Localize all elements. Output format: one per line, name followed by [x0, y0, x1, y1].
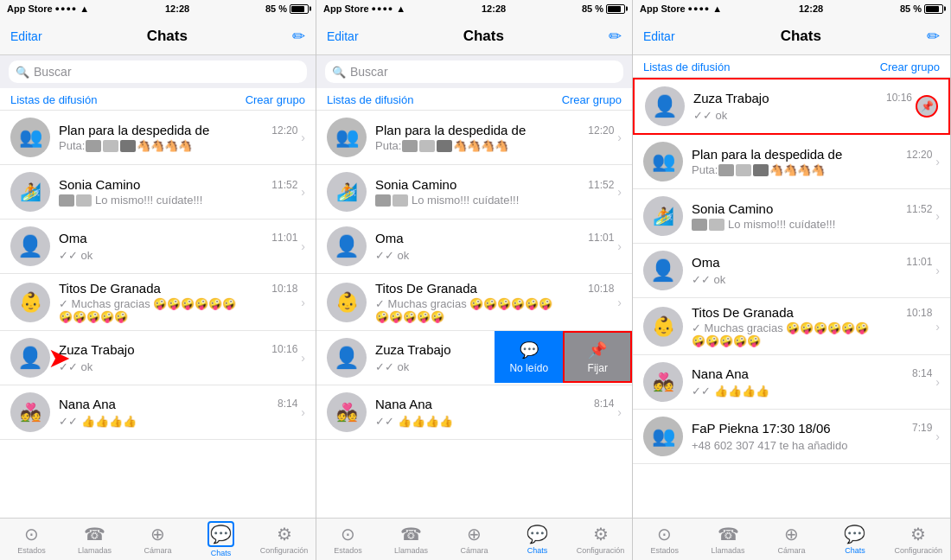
- broadcast-link-3[interactable]: Listas de difusión: [643, 60, 730, 73]
- no-leido-label-2: No leído: [509, 362, 548, 374]
- chat-name-row-oma-2: Oma 11:01: [375, 231, 614, 245]
- chat-item-titos-2[interactable]: Titos De Granada 10:18 ✓ Muchas gracias …: [316, 274, 632, 331]
- tab-chats-3[interactable]: 💬 Chats: [823, 524, 886, 555]
- compose-icon-3[interactable]: ✏: [927, 27, 940, 46]
- status-right-2: 85 %: [582, 3, 625, 14]
- create-group-link-1[interactable]: Crear grupo: [246, 93, 305, 106]
- tab-config-1[interactable]: ⚙ Configuración: [252, 524, 316, 555]
- battery-icon: [290, 4, 309, 14]
- chat-item-nana-3[interactable]: Nana Ana 8:14 ✓✓ 👍👍👍👍 ›: [633, 355, 950, 410]
- chat-item-nana-1[interactable]: Nana Ana 8:14 ✓✓ 👍👍👍👍 ›: [0, 385, 316, 440]
- wifi-icon-3: ▲: [712, 3, 722, 14]
- chats-label-1: Chats: [211, 549, 232, 557]
- chat-preview-zuza-3: ✓✓ ok: [693, 109, 727, 122]
- chat-preview-plan-1: Puta: 🐴🐴🐴🐴: [59, 139, 297, 152]
- avatar-titos-3: [643, 307, 683, 347]
- chevron-sonia-3: ›: [935, 209, 940, 223]
- chat-item-oma-1[interactable]: Oma 11:01 ✓✓ ok ›: [0, 220, 316, 274]
- chat-item-nana-2[interactable]: Nana Ana 8:14 ✓✓ 👍👍👍👍 ›: [316, 385, 632, 440]
- chat-item-titos-1[interactable]: Titos De Granada 10:18 ✓ Muchas gracias …: [0, 274, 316, 331]
- chat-item-fap-3[interactable]: FaP Piekna 17:30 18/06 7:19 +48 602 307 …: [633, 410, 950, 464]
- chat-name-row-zuza-3: Zuza Trabajo 10:16: [693, 91, 912, 105]
- chat-item-plan-3[interactable]: Plan para la despedida de 12:20 Puta: 🐴🐴…: [633, 135, 950, 189]
- zuza-chat-part-2[interactable]: Zuza Trabajo ✓✓ ok: [316, 331, 495, 385]
- chat-time-sonia-1: 11:52: [271, 179, 297, 191]
- battery-fill-2: [608, 6, 621, 12]
- tab-llamadas-3[interactable]: ☎ Llamadas: [696, 524, 759, 555]
- chat-name-oma-3: Oma: [692, 255, 720, 270]
- chat-content-oma-1: Oma 11:01 ✓✓ ok: [59, 231, 297, 263]
- search-wrap-1[interactable]: 🔍 Buscar: [9, 60, 307, 83]
- chat-time-nana-2: 8:14: [594, 398, 614, 410]
- estados-label-3: Estados: [650, 546, 679, 555]
- chevron-oma-3: ›: [935, 264, 940, 277]
- wifi-icon-2: ▲: [396, 3, 405, 14]
- create-group-link-3[interactable]: Crear grupo: [880, 60, 940, 73]
- tab-camara-2[interactable]: ⊕ Cámara: [443, 524, 506, 555]
- chat-item-sonia-3[interactable]: Sonia Camino 11:52 Lo mismo!!! cuídate!!…: [633, 189, 950, 244]
- search-wrap-2[interactable]: 🔍 Buscar: [325, 60, 623, 83]
- chat-content-zuza-1: Zuza Trabajo 10:16 ✓✓ ok: [59, 342, 297, 374]
- camara-icon-1: ⊕: [150, 524, 165, 544]
- nav-bar-1: Editar Chats ✏: [0, 17, 316, 55]
- chat-name-titos-2: Titos De Granada: [375, 281, 477, 296]
- chat-item-titos-3[interactable]: Titos De Granada 10:18 ✓ Muchas gracias …: [633, 298, 950, 355]
- chat-name-row-plan-3: Plan para la despedida de 12:20: [692, 147, 932, 162]
- tab-chats-2[interactable]: 💬 Chats: [506, 524, 569, 555]
- tab-config-2[interactable]: ⚙ Configuración: [569, 524, 632, 555]
- tab-estados-3[interactable]: ⊙ Estados: [633, 524, 696, 555]
- tab-chats-1[interactable]: 💬 Chats: [189, 521, 252, 557]
- chat-item-oma-3[interactable]: Oma 11:01 ✓✓ ok ›: [633, 244, 950, 298]
- avatar-zuza-1: [10, 338, 50, 378]
- edit-button-3[interactable]: Editar: [643, 29, 675, 43]
- chat-item-sonia-2[interactable]: Sonia Camino 11:52 Lo mismo!!! cuídate!!…: [316, 165, 632, 220]
- tab-llamadas-2[interactable]: ☎ Llamadas: [380, 524, 443, 555]
- tab-bar-1: ⊙ Estados ☎ Llamadas ⊕ Cámara 💬 Chats ⚙ …: [0, 518, 316, 560]
- chat-item-zuza-1[interactable]: Zuza Trabajo 10:16 ✓✓ ok ➤ ›: [0, 331, 316, 385]
- chat-item-plan-2[interactable]: Plan para la despedida de 12:20 Puta: 🐴🐴…: [316, 111, 632, 165]
- chevron-titos-3: ›: [935, 320, 940, 334]
- tab-estados-2[interactable]: ⊙ Estados: [316, 524, 380, 555]
- status-right-1: 85 %: [265, 3, 309, 14]
- chat-item-zuza-pinned-3[interactable]: Zuza Trabajo 10:16 ✓✓ ok 📌: [633, 78, 950, 135]
- tab-llamadas-1[interactable]: ☎ Llamadas: [63, 524, 126, 555]
- chat-content-sonia-1: Sonia Camino 11:52 Lo mismo!!! cuídate!!…: [59, 177, 297, 207]
- chevron-titos-2: ›: [617, 296, 622, 309]
- estados-icon-2: ⊙: [341, 524, 355, 544]
- chat-name-row-sonia-3: Sonia Camino 11:52: [692, 201, 932, 216]
- search-icon-1: 🔍: [16, 66, 29, 79]
- broadcast-link-2[interactable]: Listas de difusión: [327, 93, 413, 106]
- chat-time-plan-2: 12:20: [588, 124, 614, 137]
- search-placeholder-1: Buscar: [34, 65, 72, 79]
- fijar-button-2[interactable]: 📌 Fijar: [563, 331, 632, 383]
- chat-item-sonia-1[interactable]: Sonia Camino 11:52 Lo mismo!!! cuídate!!…: [0, 165, 316, 220]
- chat-content-nana-2: Nana Ana 8:14 ✓✓ 👍👍👍👍: [375, 397, 614, 429]
- create-group-link-2[interactable]: Crear grupo: [562, 93, 622, 106]
- chat-name-row-sonia-2: Sonia Camino 11:52: [375, 177, 614, 192]
- chat-item-oma-2[interactable]: Oma 11:01 ✓✓ ok ›: [316, 220, 632, 274]
- avatar-zuza-2: [327, 338, 367, 378]
- chat-content-oma-3: Oma 11:01 ✓✓ ok: [692, 255, 932, 287]
- chat-preview-sonia-3: Lo mismo!!! cuídate!!!: [692, 218, 932, 231]
- config-label-3: Configuración: [895, 546, 943, 555]
- panel-1: App Store ●●●● ▲ 12:28 85 % Editar Chats…: [0, 0, 316, 560]
- tab-config-3[interactable]: ⚙ Configuración: [887, 524, 950, 555]
- chat-preview-sonia-1: Lo mismo!!! cuídate!!!: [59, 194, 297, 207]
- llamadas-label-1: Llamadas: [78, 546, 112, 555]
- edit-button-1[interactable]: Editar: [10, 29, 42, 43]
- tab-camara-3[interactable]: ⊕ Cámara: [760, 524, 823, 555]
- time-label-2: 12:28: [482, 3, 506, 14]
- config-label-1: Configuración: [260, 546, 309, 555]
- list-header-3: Listas de difusión Crear grupo: [633, 55, 950, 78]
- chat-time-zuza-1: 10:16: [271, 343, 297, 355]
- signal-dots-3: ●●●●: [688, 4, 711, 13]
- chat-item-plan-1[interactable]: Plan para la despedida de 12:20 Puta: 🐴🐴…: [0, 111, 316, 165]
- compose-icon-2[interactable]: ✏: [609, 27, 622, 46]
- broadcast-link-1[interactable]: Listas de difusión: [10, 93, 97, 106]
- edit-button-2[interactable]: Editar: [327, 29, 359, 43]
- tab-estados-1[interactable]: ⊙ Estados: [0, 524, 63, 555]
- chat-name-plan-3: Plan para la despedida de: [692, 147, 842, 162]
- compose-icon-1[interactable]: ✏: [292, 27, 305, 46]
- tab-camara-1[interactable]: ⊕ Cámara: [126, 524, 189, 555]
- no-leido-button-2[interactable]: 💬 No leído: [495, 331, 563, 383]
